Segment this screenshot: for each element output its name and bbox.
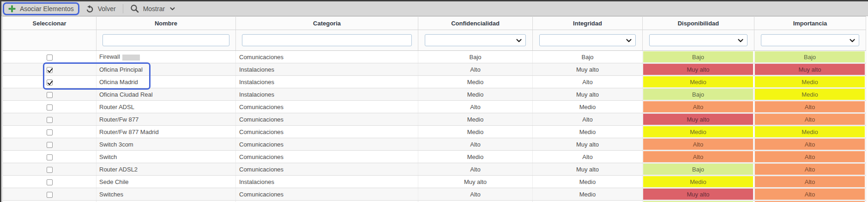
- table-row-partial[interactable]: BajoAlto: [3, 201, 866, 202]
- level-badge: Alto: [755, 114, 865, 125]
- cell-confidencialidad: Alto: [418, 101, 533, 113]
- redacted-text-block: [122, 55, 140, 61]
- table-row[interactable]: Oficina PrincipalInstalacionesAltoMuy al…: [3, 63, 866, 76]
- mostrar-button[interactable]: Mostrar: [130, 4, 175, 13]
- cell-integridad: Alto: [533, 76, 643, 88]
- table-row[interactable]: SwitchComunicacionesMedioAltoAltoAlto: [3, 151, 866, 163]
- cell-nombre: Sede Chile: [96, 176, 236, 188]
- cell-integridad: Muy alto: [533, 163, 643, 176]
- cell-confidencialidad: Medio: [418, 126, 533, 138]
- table-row[interactable]: Router ADSLComunicacionesAltoMedioAltoAl…: [3, 101, 866, 113]
- cell-importancia: Bajo: [754, 51, 866, 63]
- cell-integridad: Medio: [533, 176, 643, 188]
- level-badge: Bajo: [643, 89, 753, 100]
- row-checkbox[interactable]: [47, 104, 53, 110]
- cell-seleccionar: [3, 101, 96, 113]
- row-checkbox[interactable]: [47, 154, 53, 160]
- filter-input-categoria[interactable]: [242, 34, 412, 46]
- cell-seleccionar: [3, 201, 96, 202]
- column-header-categoria: Categoria: [236, 17, 418, 30]
- cell-integridad: Alto: [533, 151, 643, 163]
- level-badge: Medio: [755, 89, 865, 100]
- level-badge: Alto: [643, 139, 753, 150]
- toolbar-separator: [123, 4, 123, 13]
- filter-select-integridad[interactable]: [539, 34, 636, 46]
- filter-select-confidencialidad[interactable]: [425, 34, 526, 46]
- row-checkbox[interactable]: [47, 179, 53, 185]
- cell-confidencialidad: Alto: [418, 138, 533, 151]
- cell-confidencialidad: Muy alto: [418, 176, 533, 188]
- table-row[interactable]: Router ADSL2ComunicacionesAltoMuy altoBa…: [3, 163, 866, 176]
- cell-importancia: Alto: [754, 113, 866, 126]
- level-badge: Alto: [755, 101, 865, 112]
- level-badge: Alto: [755, 151, 865, 162]
- level-badge: Alto: [755, 139, 865, 150]
- cell-disponibilidad: Alto: [643, 101, 754, 113]
- cell-seleccionar: [3, 51, 96, 63]
- filter-select-importancia[interactable]: [761, 34, 859, 46]
- cell-nombre: Router/Fw 877: [96, 113, 236, 126]
- row-checkbox[interactable]: [47, 142, 53, 148]
- cell-importancia: Medio: [754, 76, 866, 88]
- column-header-integridad: Integridad: [533, 17, 643, 30]
- row-checkbox[interactable]: [47, 192, 53, 198]
- element-name: Router/Fw 877 Madrid: [99, 129, 159, 135]
- element-name: Switches: [99, 191, 123, 198]
- table-row[interactable]: Router/Fw 877ComunicacionesMedioAltoMuy …: [3, 113, 866, 126]
- table-row[interactable]: FirewallComunicacionesBajoBajoBajoBajo: [3, 51, 866, 63]
- element-name: Oficina Madrid: [99, 79, 138, 86]
- cell-confidencialidad: Medio: [418, 113, 533, 126]
- cell-confidencialidad: [418, 201, 533, 202]
- volver-button[interactable]: Volver: [85, 5, 116, 13]
- filter-cell-disponibilidad: [643, 30, 754, 51]
- level-badge: Muy alto: [643, 64, 753, 75]
- row-checkbox[interactable]: [47, 167, 53, 173]
- cell-seleccionar: [3, 163, 96, 176]
- cell-seleccionar: [3, 151, 96, 163]
- asociar-elementos-label: Asociar Elementos: [20, 5, 74, 12]
- asociar-elementos-button[interactable]: Asociar Elementos: [8, 5, 74, 12]
- row-checkbox[interactable]: [47, 129, 53, 135]
- table-row[interactable]: Sede ChileInstalacionesMuy altoMedioMedi…: [3, 176, 866, 188]
- cell-disponibilidad: Muy alto: [643, 113, 754, 126]
- filter-input-nombre[interactable]: [102, 34, 229, 46]
- cell-integridad: Muy alto: [533, 63, 643, 76]
- cell-confidencialidad: Medio: [418, 151, 533, 163]
- volver-label: Volver: [98, 5, 116, 12]
- cell-nombre: [96, 201, 236, 202]
- element-name: Oficina Ciudad Real: [99, 91, 153, 98]
- element-name: Router ADSL: [99, 104, 134, 110]
- table-row[interactable]: Oficina Ciudad RealInstalacionesMedioMuy…: [3, 88, 866, 101]
- row-checkbox[interactable]: [47, 67, 53, 73]
- filter-select-disponibilidad[interactable]: [649, 34, 747, 46]
- level-badge: Muy alto: [755, 64, 865, 75]
- row-checkbox[interactable]: [47, 92, 53, 98]
- row-checkbox[interactable]: [47, 55, 53, 61]
- cell-categoria: Comunicaciones: [236, 126, 418, 138]
- cell-disponibilidad: Medio: [643, 76, 754, 88]
- plus-icon: [8, 5, 16, 12]
- asociar-elementos-screen: Asociar Elementos Volver Mostrar: [0, 0, 868, 202]
- table-row[interactable]: Switch 3comComunicacionesAltoMuy altoAlt…: [3, 138, 866, 151]
- cell-disponibilidad: Bajo: [643, 51, 754, 63]
- cell-categoria: Instalaciones: [236, 76, 418, 88]
- table-row[interactable]: Router/Fw 877 MadridComunicacionesMedioM…: [3, 126, 866, 138]
- cell-disponibilidad: Bajo: [643, 201, 754, 202]
- filter-cell-importancia: [754, 30, 866, 51]
- cell-disponibilidad: Alto: [643, 151, 754, 163]
- table-header-row: SeleccionarNombreCategoriaConfidencialid…: [3, 17, 866, 30]
- table-row[interactable]: SwitchesComunicacionesAltoMedioMuy altoA…: [3, 188, 866, 201]
- row-checkbox[interactable]: [47, 117, 53, 123]
- chevron-down-icon: [850, 39, 855, 43]
- cell-seleccionar: [3, 138, 96, 151]
- filter-cell-seleccionar: [3, 30, 96, 51]
- row-checkbox[interactable]: [47, 80, 53, 86]
- cell-disponibilidad: Bajo: [643, 163, 754, 176]
- chevron-down-icon: [516, 39, 522, 43]
- level-badge: Medio: [643, 176, 753, 187]
- cell-confidencialidad: Alto: [418, 188, 533, 201]
- annotation-box-asociar: Asociar Elementos: [3, 2, 79, 15]
- level-badge: Alto: [643, 101, 753, 112]
- table-row[interactable]: Oficina MadridInstalacionesMedioAltoMedi…: [3, 76, 866, 88]
- level-badge: Muy alto: [643, 114, 753, 125]
